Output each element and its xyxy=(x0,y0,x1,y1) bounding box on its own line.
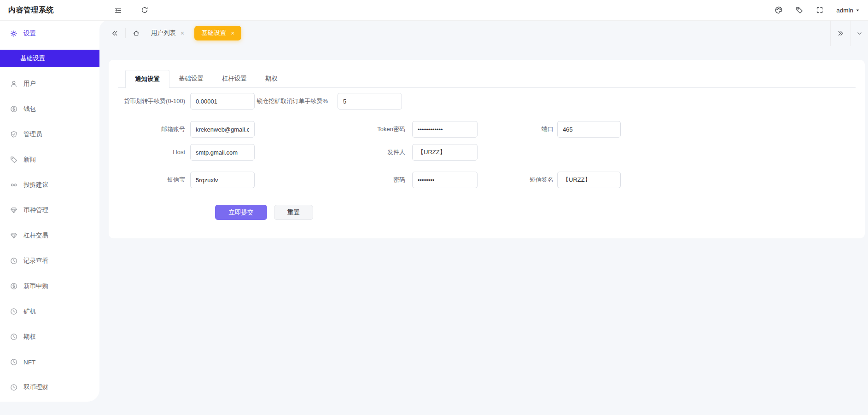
chevron-down-icon xyxy=(856,30,862,36)
page-tab-user-list[interactable]: 用户列表 × xyxy=(148,26,187,40)
sidebar-item-10[interactable]: 新币申购 xyxy=(0,277,99,295)
tag-icon xyxy=(10,156,17,163)
sidebar: 设置基础设置用户钱包管理员新闻投拆建议币种管理杠杆交易记录查看新币申购矿机期权N… xyxy=(0,20,99,402)
tab-options-button[interactable] xyxy=(851,20,868,46)
settings-tabs: 通知设置 基础设置 杠杆设置 期权 xyxy=(118,70,856,88)
sender-input[interactable] xyxy=(412,144,478,161)
sidebar-item-label: 新闻 xyxy=(23,156,36,164)
gem-icon xyxy=(10,232,17,239)
sidebar-item-label: 矿机 xyxy=(23,307,36,316)
user-icon xyxy=(10,80,17,87)
sidebar-item-label: NFT xyxy=(23,359,35,366)
tag-button[interactable] xyxy=(796,6,803,14)
sidebar-item-0[interactable]: 设置 xyxy=(0,24,99,43)
close-icon[interactable]: × xyxy=(231,30,234,36)
clock-icon xyxy=(10,384,17,391)
tag-icon xyxy=(796,6,803,14)
sidebar-item-8[interactable]: 杠杆交易 xyxy=(0,226,99,245)
host-input[interactable] xyxy=(190,144,255,161)
currency-transfer-fee-input[interactable] xyxy=(190,93,255,110)
infinity-icon xyxy=(10,181,17,189)
sidebar-subitem-1[interactable]: 基础设置 xyxy=(0,50,99,67)
sidebar-item-4[interactable]: 管理员 xyxy=(0,125,99,144)
fullscreen-icon xyxy=(816,6,823,14)
field-label: 密码 xyxy=(332,172,405,188)
field-label: 短信签名 xyxy=(480,172,553,188)
field-label: Host xyxy=(111,144,185,161)
sidebar-item-14[interactable]: 双币理财 xyxy=(0,378,99,397)
field-label: Token密码 xyxy=(332,121,405,138)
palette-icon xyxy=(775,6,783,14)
sidebar-item-label: 期权 xyxy=(23,333,36,341)
theme-palette-button[interactable] xyxy=(775,6,783,14)
sidebar-item-label: 设置 xyxy=(23,29,36,38)
sidebar-item-label: 用户 xyxy=(23,80,36,88)
app-title: 内容管理系统 xyxy=(8,0,54,20)
user-menu[interactable]: admin xyxy=(836,7,860,14)
page-tab-label: 用户列表 xyxy=(151,29,176,37)
page-tab-label: 基础设置 xyxy=(201,29,226,37)
home-icon xyxy=(133,29,140,37)
sidebar-item-13[interactable]: NFT xyxy=(0,353,99,371)
password-input[interactable] xyxy=(412,172,478,188)
dollar-circle-icon xyxy=(10,105,17,113)
sidebar-item-label: 币种管理 xyxy=(23,206,48,214)
scroll-tabs-right-button[interactable] xyxy=(830,20,851,46)
submit-button[interactable]: 立即提交 xyxy=(215,205,267,220)
page-tab-basic-settings[interactable]: 基础设置 × xyxy=(194,26,241,40)
port-input[interactable] xyxy=(557,121,621,138)
tab-leverage-settings[interactable]: 杠杆设置 xyxy=(213,70,256,87)
close-icon[interactable]: × xyxy=(181,30,184,36)
caret-down-icon xyxy=(856,8,860,12)
email-account-input[interactable] xyxy=(190,121,255,138)
reset-button[interactable]: 重置 xyxy=(274,205,313,220)
sidebar-item-label: 投拆建议 xyxy=(23,181,48,189)
tab-basic-settings[interactable]: 基础设置 xyxy=(169,70,213,87)
settings-card: 通知设置 基础设置 杠杆设置 期权 货币划转手续费(0-100) 锁仓挖矿取消订… xyxy=(109,60,865,238)
field-label: 货币划转手续费(0-100) xyxy=(111,93,185,110)
sidebar-item-9[interactable]: 记录查看 xyxy=(0,252,99,270)
double-right-icon xyxy=(837,30,844,37)
menu-fold-button[interactable] xyxy=(111,0,124,20)
sidebar-item-label: 杠杆交易 xyxy=(23,231,48,240)
divider xyxy=(125,28,126,38)
sidebar-item-12[interactable]: 期权 xyxy=(0,328,99,346)
sidebar-item-6[interactable]: 投拆建议 xyxy=(0,176,99,194)
home-button[interactable] xyxy=(133,29,140,37)
sidebar-item-label: 管理员 xyxy=(23,130,42,138)
menu-fold-icon xyxy=(114,6,122,14)
sidebar-item-2[interactable]: 用户 xyxy=(0,75,99,93)
fullscreen-button[interactable] xyxy=(816,6,823,14)
gear-icon xyxy=(10,30,17,37)
sidebar-item-label: 双币理财 xyxy=(23,383,48,392)
smsbao-input[interactable] xyxy=(190,172,255,188)
token-password-input[interactable] xyxy=(412,121,478,138)
field-label: 短信宝 xyxy=(111,172,185,188)
refresh-button[interactable] xyxy=(138,0,151,20)
app-header: 内容管理系统 admin xyxy=(0,0,868,21)
clock-icon xyxy=(10,308,17,315)
sidebar-item-label: 新币申购 xyxy=(23,282,48,290)
sidebar-subitem-label: 基础设置 xyxy=(20,54,45,63)
lockup-cancel-fee-input[interactable] xyxy=(338,93,402,110)
sidebar-item-label: 钱包 xyxy=(23,105,36,113)
field-label: 端口 xyxy=(480,121,553,138)
scroll-tabs-left-button[interactable] xyxy=(111,30,118,37)
sidebar-item-5[interactable]: 新闻 xyxy=(0,150,99,169)
refresh-icon xyxy=(141,6,148,14)
double-left-icon xyxy=(111,30,118,37)
field-label: 邮箱账号 xyxy=(111,121,185,138)
sidebar-item-7[interactable]: 币种管理 xyxy=(0,201,99,219)
gem-icon xyxy=(10,207,17,214)
sidebar-item-3[interactable]: 钱包 xyxy=(0,100,99,118)
clock-icon xyxy=(10,257,17,265)
clock-icon xyxy=(10,358,17,366)
tab-options[interactable]: 期权 xyxy=(256,70,287,87)
tab-notify-settings[interactable]: 通知设置 xyxy=(125,70,169,88)
shield-check-icon xyxy=(10,131,17,138)
sidebar-item-11[interactable]: 矿机 xyxy=(0,302,99,321)
field-label: 锁仓挖矿取消订单手续费% xyxy=(254,93,328,110)
clock-icon xyxy=(10,333,17,340)
sms-signature-input[interactable] xyxy=(557,172,621,188)
tabs-bar: 用户列表 × 基础设置 × xyxy=(99,20,868,46)
